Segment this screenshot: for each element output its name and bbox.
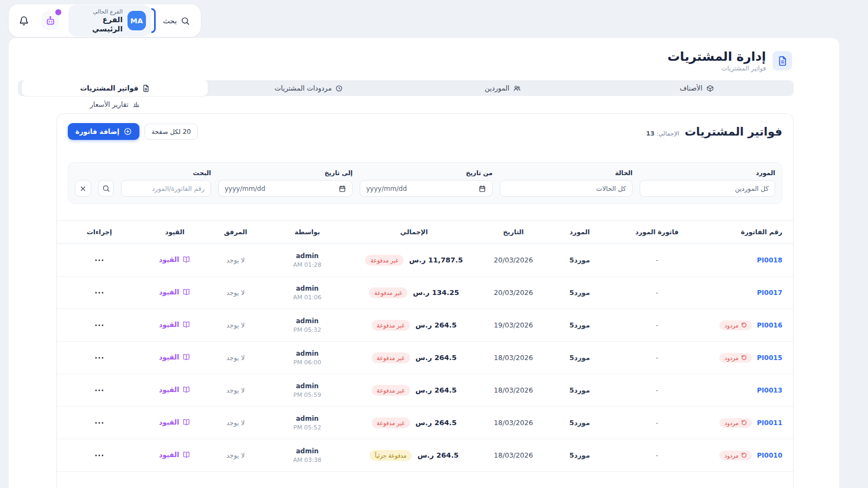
supplier-invoice-value: - <box>656 256 659 264</box>
table-row: PI0011 مردود - مورد5 18/03/2026 264.5 ر.… <box>57 407 793 439</box>
invoice-total: 134.25 ر.س <box>413 288 459 297</box>
supplier-name: مورد5 <box>570 386 590 394</box>
supplier-filter-select[interactable]: كل الموردين <box>640 180 775 197</box>
ellipsis-icon <box>95 259 104 262</box>
supplier-name: مورد5 <box>570 451 590 459</box>
column-header: إجراءات <box>57 221 142 244</box>
close-icon <box>79 185 87 192</box>
tab-price-reports[interactable]: تقارير الأسعار <box>18 98 212 111</box>
branch-texts: الفرع الحالي الفرع الرئيسي <box>73 8 123 34</box>
row-actions-button[interactable] <box>95 356 104 359</box>
book-icon <box>182 386 190 394</box>
invoice-number-link[interactable]: PI0015 <box>757 354 782 362</box>
invoice-icon <box>142 85 150 92</box>
add-invoice-button[interactable]: إضافة فاتورة <box>68 123 139 140</box>
payment-status-badge: غير مدفوعة <box>369 287 407 298</box>
book-icon <box>182 255 190 264</box>
invoice-number-link[interactable]: PI0016 <box>757 322 782 329</box>
column-header: المورد <box>550 221 609 244</box>
created-by-user: admin <box>266 350 348 357</box>
global-search-button[interactable]: بحث <box>163 16 190 25</box>
table-row: PI0017 - مورد5 20/03/2026 134.25 ر.س غير… <box>57 277 793 309</box>
branch-name: الفرع الرئيسي <box>73 15 123 34</box>
ledger-entries-link[interactable]: القيود <box>159 418 190 426</box>
invoice-total: 11,787.5 ر.س <box>409 256 463 264</box>
branch-current-label: الفرع الحالي <box>73 8 123 15</box>
book-icon <box>182 288 190 296</box>
users-icon <box>513 85 521 92</box>
tab-items[interactable]: الأصناف <box>600 80 794 96</box>
status-filter-select[interactable]: كل الحالات <box>500 180 633 197</box>
branch-selector[interactable]: MA الفرع الحالي الفرع الرئيسي <box>68 5 151 37</box>
ledger-entries-link[interactable]: القيود <box>159 451 190 459</box>
ledger-entries-link[interactable]: القيود <box>159 353 190 361</box>
column-header: بواسطة <box>263 221 352 244</box>
to-date-label: إلى تاريخ <box>218 169 353 177</box>
book-icon <box>182 418 190 426</box>
tabs-bar-row2: تقارير الأسعار <box>18 98 794 111</box>
invoice-number-link[interactable]: PI0010 <box>757 452 782 459</box>
table-header-row: رقم الفاتورةفاتورة الموردالموردالتاريخال… <box>57 221 793 244</box>
return-arrow-icon <box>741 355 747 361</box>
invoices-tbody: PI0018 - مورد5 20/03/2026 11,787.5 ر.س غ… <box>57 244 793 485</box>
invoice-number-link[interactable]: PI0017 <box>757 289 782 297</box>
robot-icon <box>45 15 56 26</box>
invoice-date: 18/03/2026 <box>494 354 533 362</box>
supplier-invoice-value: - <box>656 386 659 394</box>
column-header: فاتورة المورد <box>609 221 705 244</box>
from-date-input[interactable]: yyyy/mm/dd <box>360 180 493 197</box>
book-icon <box>182 353 190 361</box>
created-time: 05:32 PM <box>266 326 348 333</box>
row-actions-button[interactable] <box>95 454 104 457</box>
table-row: PI0013 - مورد5 18/03/2026 264.5 ر.س غير … <box>57 374 793 407</box>
clear-filters-button[interactable] <box>75 180 91 197</box>
created-time: 01:06 AM <box>266 294 348 301</box>
main-panel: إدارة المشتريات فواتير المشتريات الأصناف… <box>9 38 839 488</box>
page-size-button[interactable]: 20 لكل صفحة <box>144 124 198 140</box>
invoice-number-link[interactable]: PI0013 <box>757 387 782 394</box>
to-date-input[interactable]: yyyy/mm/dd <box>218 180 353 197</box>
ledger-entries-link[interactable]: القيود <box>159 255 190 264</box>
tab-purchase-invoices[interactable]: فواتير المشتريات <box>22 80 208 96</box>
row-actions-button[interactable] <box>95 324 104 327</box>
payment-status-badge: غير مدفوعة <box>372 418 410 428</box>
table-row: PI0018 - مورد5 20/03/2026 11,787.5 ر.س غ… <box>57 244 793 277</box>
created-by-user: admin <box>266 447 348 455</box>
row-actions-button[interactable] <box>95 259 104 262</box>
notifications-button[interactable] <box>18 15 29 26</box>
invoice-total: 264.5 ر.س <box>416 386 457 394</box>
invoice-date: 20/03/2026 <box>494 288 533 297</box>
payment-status-badge: غير مدفوعة <box>372 320 410 331</box>
ledger-entries-link[interactable]: القيود <box>159 386 190 394</box>
assistant-button[interactable] <box>42 11 59 30</box>
attachment-status: لا يوجد <box>226 256 245 264</box>
return-arrow-icon <box>741 452 747 458</box>
apply-search-button[interactable] <box>98 180 114 197</box>
user-avatar[interactable]: MA <box>127 11 146 30</box>
returned-badge: مردود <box>719 451 752 460</box>
ledger-entries-link[interactable]: القيود <box>159 320 190 329</box>
invoice-date: 20/03/2026 <box>494 256 533 264</box>
invoice-total: 264.5 ر.س <box>417 451 458 459</box>
invoice-date: 18/03/2026 <box>494 451 533 459</box>
row-actions-button[interactable] <box>95 291 104 294</box>
attachment-status: لا يوجد <box>226 419 245 427</box>
ledger-entries-link[interactable]: القيود <box>159 288 190 296</box>
row-actions-button[interactable] <box>95 421 104 425</box>
invoice-number-link[interactable]: PI0018 <box>757 256 782 264</box>
created-time: 06:00 PM <box>266 359 348 366</box>
ellipsis-icon <box>95 356 104 359</box>
tab-purchase-returns[interactable]: مردودات المشتريات <box>212 80 406 96</box>
attachment-status: لا يوجد <box>226 322 245 329</box>
invoice-total: 264.5 ر.س <box>416 354 457 362</box>
row-actions-button[interactable] <box>95 389 104 392</box>
created-by-user: admin <box>266 252 348 260</box>
invoice-number-link[interactable]: PI0011 <box>757 419 782 427</box>
search-input[interactable] <box>121 180 211 197</box>
invoices-card: فواتير المشتريات الإجمالي: 13 20 لكل صفح… <box>56 113 794 488</box>
created-by-user: admin <box>266 415 348 422</box>
ellipsis-icon <box>95 324 104 327</box>
supplier-name: مورد5 <box>570 288 590 297</box>
column-header: رقم الفاتورة <box>705 221 793 244</box>
tab-suppliers[interactable]: الموردين <box>406 80 600 96</box>
